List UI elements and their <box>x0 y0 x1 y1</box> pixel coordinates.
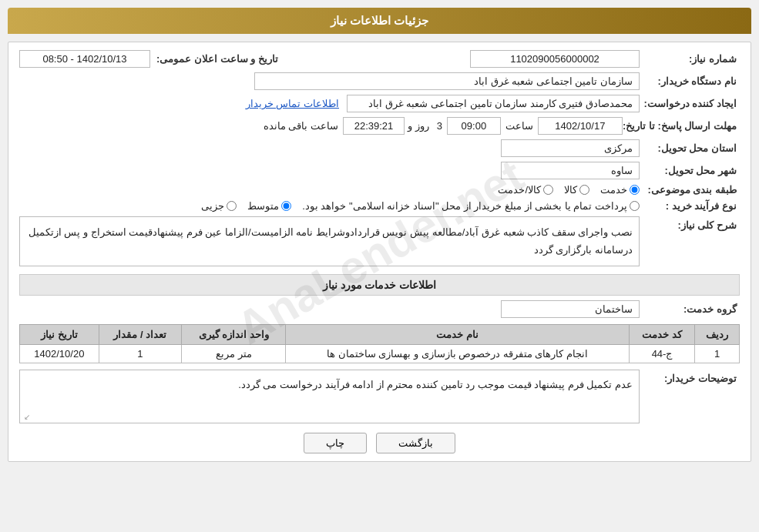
table-row: 1 ج-44 انجام کارهای متفرقه درخصوص بازساز… <box>20 344 740 363</box>
page-title: جزئیات اطلاعات نیاز <box>8 8 751 34</box>
category-label-service: خدمت <box>600 184 627 196</box>
process-label: نوع فرآیند خرید : <box>640 200 740 212</box>
deadline-row: مهلت ارسال پاسخ: تا تاریخ: 1402/10/17 سا… <box>19 117 740 135</box>
need-number-value: 1102090056000002 <box>470 50 640 68</box>
cell-name: انجام کارهای متفرقه درخصوص بازسازی و بهس… <box>286 344 629 363</box>
deadline-days: 3 <box>432 120 447 132</box>
deadline-days-label: روز و <box>405 120 432 132</box>
description-label: شرح کلی نیاز: <box>640 216 740 231</box>
category-radio-goods[interactable] <box>579 185 589 195</box>
date-value: 1402/10/13 - 08:50 <box>19 50 150 68</box>
buyer-notes-row: توضیحات خریدار: عدم تکمیل فرم پیشنهاد قی… <box>19 370 740 423</box>
category-label: طبقه بندی موضوعی: <box>640 184 740 196</box>
process-label-minor: جزیی <box>201 200 224 212</box>
province-row: استان محل تحویل: مرکزی <box>19 139 740 157</box>
city-value: ساوه <box>501 162 640 179</box>
description-text: نصب واجرای سقف کاذب شعبه غرق آباد/مطالعه… <box>19 216 640 266</box>
process-label-treasury: پرداخت تمام یا بخشی از مبلغ خریدار از مح… <box>302 200 627 212</box>
deadline-remaining-label: ساعت باقی مانده <box>259 120 343 132</box>
cell-code: ج-44 <box>629 344 695 363</box>
buttons-row: بازگشت چاپ <box>19 433 740 453</box>
buyer-notes-label: توضیحات خریدار: <box>640 370 740 384</box>
province-value: مرکزی <box>501 139 640 157</box>
deadline-time: 09:00 <box>447 117 501 135</box>
city-label: شهر محل تحویل: <box>640 165 740 176</box>
creator-label: ایجاد کننده درخواست: <box>640 98 740 109</box>
requester-org-value: سازمان تامین اجتماعی شعبه غرق اباد <box>254 72 640 90</box>
col-quantity: تعداد / مقدار <box>99 324 181 344</box>
need-number-row: شماره نیاز: 1102090056000002 تاریخ و ساع… <box>19 50 740 68</box>
deadline-time-label: ساعت <box>501 120 538 132</box>
back-button[interactable]: بازگشت <box>376 433 455 453</box>
category-option-goods[interactable]: کالا <box>564 184 589 196</box>
category-label-goods: کالا <box>564 184 577 196</box>
col-unit: واحد اندازه گیری <box>182 324 286 344</box>
col-row: ردیف <box>695 324 740 344</box>
contact-link[interactable]: اطلاعات تماس خریدار <box>246 98 339 109</box>
process-option-treasury[interactable]: پرداخت تمام یا بخشی از مبلغ خریدار از مح… <box>302 200 640 212</box>
services-table: ردیف کد خدمت نام خدمت واحد اندازه گیری ت… <box>19 324 740 363</box>
service-group-value: ساختمان <box>501 300 640 318</box>
category-row: طبقه بندی موضوعی: خدمت کالا کالا/خدمت <box>19 184 740 196</box>
deadline-remaining: 22:39:21 <box>343 117 405 135</box>
buyer-notes-container: عدم تکمیل فرم پیشنهاد قیمت موجب رد تامین… <box>19 370 640 423</box>
need-number-label: شماره نیاز: <box>640 53 740 65</box>
process-option-minor[interactable]: جزیی <box>201 200 237 212</box>
city-row: شهر محل تحویل: ساوه <box>19 162 740 179</box>
requester-org-row: نام دستگاه خریدار: سازمان تامین اجتماعی … <box>19 72 740 90</box>
process-label-medium: متوسط <box>247 200 279 212</box>
process-row: نوع فرآیند خرید : پرداخت تمام یا بخشی از… <box>19 200 740 212</box>
buyer-notes-text: عدم تکمیل فرم پیشنهاد قیمت موجب رد تامین… <box>19 370 640 423</box>
process-radio-treasury[interactable] <box>630 201 640 211</box>
category-option-service[interactable]: خدمت <box>600 184 640 196</box>
description-row: شرح کلی نیاز: نصب واجرای سقف کاذب شعبه غ… <box>19 216 740 266</box>
service-group-label: گروه خدمت: <box>640 303 740 315</box>
category-label-both: کالا/خدمت <box>498 184 541 196</box>
category-radio-both[interactable] <box>543 185 553 195</box>
category-radio-service[interactable] <box>630 185 640 195</box>
col-name: نام خدمت <box>286 324 629 344</box>
process-radio-medium[interactable] <box>281 201 291 211</box>
category-radio-group: خدمت کالا کالا/خدمت <box>498 184 640 196</box>
cell-quantity: 1 <box>99 344 181 363</box>
cell-unit: متر مربع <box>182 344 286 363</box>
process-radio-group: پرداخت تمام یا بخشی از مبلغ خریدار از مح… <box>201 200 640 212</box>
category-option-both[interactable]: کالا/خدمت <box>498 184 553 196</box>
cell-date: 1402/10/20 <box>20 344 99 363</box>
process-option-medium[interactable]: متوسط <box>247 200 291 212</box>
deadline-label: مهلت ارسال پاسخ: تا تاریخ: <box>623 120 740 132</box>
cell-row: 1 <box>695 344 740 363</box>
col-code: کد خدمت <box>629 324 695 344</box>
province-label: استان محل تحویل: <box>640 142 740 154</box>
creator-row: ایجاد کننده درخواست: محمدصادق فتیری کارم… <box>19 95 740 112</box>
requester-org-label: نام دستگاه خریدار: <box>640 75 740 87</box>
col-date: تاریخ نیاز <box>20 324 99 344</box>
process-radio-minor[interactable] <box>227 201 237 211</box>
deadline-date: 1402/10/17 <box>538 117 623 135</box>
creator-value: محمدصادق فتیری کارمند سازمان تامین اجتما… <box>347 95 640 112</box>
print-button[interactable]: چاپ <box>304 433 367 453</box>
service-group-row: گروه خدمت: ساختمان <box>19 300 740 318</box>
services-section-title: اطلاعات خدمات مورد نیاز <box>19 274 740 296</box>
date-label: تاریخ و ساعت اعلان عمومی: <box>150 53 281 65</box>
resize-handle[interactable]: ↙ <box>21 413 30 422</box>
